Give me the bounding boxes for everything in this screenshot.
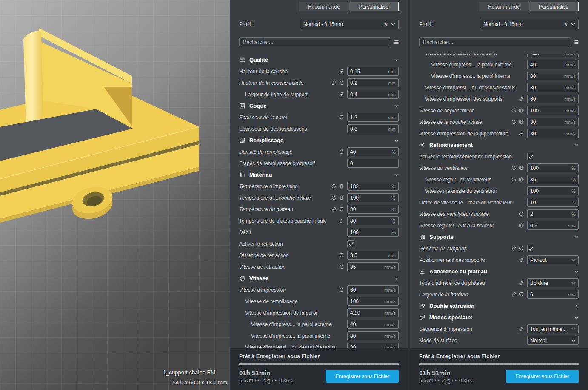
undo-icon[interactable] [331, 184, 337, 189]
category-refroidissement[interactable]: Refroidissement [419, 139, 579, 151]
settings-menu-icon[interactable]: ≡ [574, 38, 579, 46]
info-icon[interactable] [339, 184, 344, 189]
profile-dropdown[interactable]: Normal - 0.15mm ★ [480, 20, 579, 29]
link-icon[interactable] [339, 92, 344, 97]
category-remplissage[interactable]: Remplissage [239, 135, 399, 146]
star-icon[interactable]: ★ [563, 22, 568, 27]
link-icon[interactable] [331, 80, 337, 86]
setting-checkbox[interactable] [347, 240, 354, 247]
undo-icon[interactable] [511, 119, 517, 125]
info-icon[interactable] [519, 119, 524, 125]
undo-icon[interactable] [331, 195, 337, 201]
setting-value-field[interactable]: 100% [347, 228, 399, 237]
setting-value-field[interactable]: 10s [527, 198, 579, 207]
setting-value-field[interactable]: 85% [527, 175, 579, 184]
search-input[interactable] [239, 37, 390, 46]
undo-icon[interactable] [339, 206, 344, 212]
setting-dropdown[interactable]: Normal [527, 336, 579, 345]
info-icon[interactable] [519, 223, 524, 228]
setting-value-field[interactable]: 190°C [347, 193, 399, 202]
setting-value-field[interactable]: 80mm/s [527, 72, 579, 80]
category-vitesse[interactable]: Vitesse [239, 272, 399, 284]
setting-value-field[interactable]: 30mm/s [527, 83, 579, 92]
setting-dropdown[interactable]: Tout en même... [527, 324, 579, 333]
setting-value-field[interactable]: 1.2mm [347, 113, 399, 122]
setting-value-field[interactable]: 6mm [527, 290, 579, 299]
info-icon[interactable] [519, 177, 524, 182]
setting-value-field[interactable]: 80°C [347, 205, 399, 214]
setting-value-field[interactable]: 40% [347, 147, 399, 156]
link-icon[interactable] [519, 280, 524, 286]
setting-value-field[interactable]: 35mm/s [347, 262, 399, 271]
setting-value-field[interactable]: 30mm/s [347, 343, 399, 348]
setting-value-field[interactable]: 100mm/s [347, 297, 399, 306]
info-icon[interactable] [519, 108, 524, 113]
link-icon[interactable] [519, 96, 524, 102]
setting-value-field[interactable]: 42.0mm/s [347, 308, 399, 317]
setting-checkbox[interactable] [527, 153, 534, 160]
link-icon[interactable] [339, 218, 344, 224]
link-icon[interactable] [519, 326, 524, 332]
search-input[interactable] [419, 37, 570, 46]
tab-personnalise[interactable]: Personnalisé [529, 2, 579, 11]
undo-icon[interactable] [511, 177, 517, 182]
info-icon[interactable] [519, 165, 524, 171]
setting-value-field[interactable]: 182°C [347, 182, 399, 191]
undo-icon[interactable] [511, 108, 517, 113]
setting-value-field[interactable]: 30mm/s [527, 118, 579, 126]
setting-value-field[interactable]: 0.15mm [347, 67, 399, 76]
category-modes-speciaux[interactable]: Modes spéciaux [419, 312, 579, 323]
settings-menu-icon[interactable]: ≡ [394, 38, 399, 46]
tab-personnalise[interactable]: Personnalisé [349, 2, 399, 11]
setting-value-field[interactable]: 80mm/s [347, 331, 399, 340]
setting-value-field[interactable]: 100% [527, 163, 579, 172]
undo-icon[interactable] [519, 246, 524, 251]
setting-value-field[interactable]: 0.5mm [527, 221, 579, 230]
setting-value-field[interactable]: 60mm/s [347, 285, 399, 294]
setting-value-field[interactable]: 80°C [347, 216, 399, 225]
link-icon[interactable] [511, 246, 517, 251]
undo-icon[interactable] [339, 149, 344, 155]
category-adherence-du-plateau[interactable]: Adhérence du plateau [419, 266, 579, 277]
setting-value-field[interactable]: 42.0mm/s [527, 54, 579, 57]
tab-recommande[interactable]: Recommandé [479, 2, 529, 11]
profile-dropdown[interactable]: Normal - 0.15mm ★ [300, 20, 399, 29]
category-double-extrusion[interactable]: Double extrusion [419, 300, 579, 312]
undo-icon[interactable] [339, 252, 344, 258]
setting-value-field[interactable]: 0.4mm [347, 90, 399, 99]
settings-list[interactable]: Vitesse d’impression de la paroi42.0mm/s… [410, 54, 588, 348]
save-to-file-button[interactable]: Enregistrer sous Fichier [506, 370, 579, 383]
setting-value-field[interactable]: 100mm/s [527, 106, 579, 115]
info-icon[interactable] [339, 195, 344, 201]
link-icon[interactable] [331, 206, 337, 212]
setting-dropdown[interactable]: Partout [527, 255, 579, 264]
undo-icon[interactable] [339, 115, 344, 120]
category-supports[interactable]: Supports [419, 231, 579, 243]
link-icon[interactable] [519, 131, 524, 136]
category-qualite[interactable]: Qualité [239, 54, 399, 66]
setting-checkbox[interactable] [527, 245, 534, 252]
setting-value-field[interactable]: 3.5mm [347, 251, 399, 260]
undo-icon[interactable] [519, 211, 524, 217]
settings-list[interactable]: QualitéHauteur de la couche0.15mmHauteur… [230, 54, 408, 348]
undo-icon[interactable] [339, 287, 344, 292]
undo-icon[interactable] [339, 80, 344, 86]
setting-value-field[interactable]: 0.2mm [347, 78, 399, 87]
category-coque[interactable]: Coque [239, 100, 399, 112]
setting-value-field[interactable]: 60mm/s [527, 95, 579, 103]
tab-recommande[interactable]: Recommandé [299, 2, 349, 11]
setting-value-field[interactable]: 30mm/s [527, 129, 579, 138]
save-to-file-button[interactable]: Enregistrer sous Fichier [326, 370, 399, 383]
undo-icon[interactable] [519, 292, 524, 297]
link-icon[interactable] [339, 69, 344, 74]
setting-value-field[interactable]: 0.8mm [347, 124, 399, 133]
setting-value-field[interactable]: 0 [347, 159, 399, 168]
undo-icon[interactable] [511, 165, 517, 171]
setting-value-field[interactable]: 40mm/s [347, 320, 399, 329]
3d-viewport[interactable]: 1_support chaine EM 54.0 x 60.0 x 18.0 m… [0, 0, 230, 390]
setting-value-field[interactable]: 40mm/s [527, 60, 579, 69]
star-icon[interactable]: ★ [383, 22, 388, 27]
undo-icon[interactable] [339, 264, 344, 270]
link-icon[interactable] [519, 257, 524, 263]
category-materiau[interactable]: Matériau [239, 169, 399, 181]
